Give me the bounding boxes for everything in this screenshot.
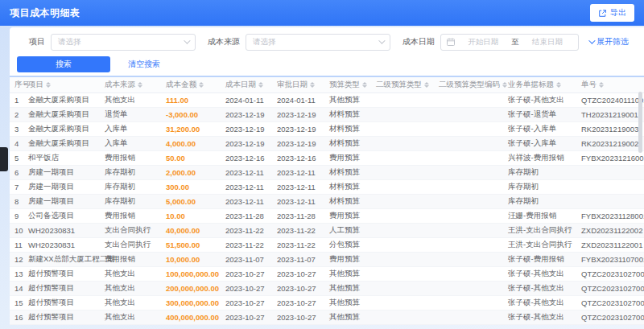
cell-project: 金融大厦采购项目 — [23, 109, 100, 120]
cell-doc-no: QTZC20231027002 — [576, 284, 644, 293]
table-row[interactable]: 6房建一期项目库存期初2,000.002023-12-112023-12-11材… — [10, 166, 644, 180]
cell-business-doc-title: 张子硕-其他支出 — [503, 298, 576, 308]
table-row[interactable]: 5和平饭店费用报销50.002023-12-162023-12-16费用预算兴祥… — [10, 151, 644, 166]
cell-cost-date: 2023-12-11 — [221, 183, 272, 191]
table-row[interactable]: 12新建XX总部大厦工程二期费用报销10,000.002023-11-07202… — [10, 253, 644, 267]
cell-seq: 2 — [10, 110, 23, 119]
cost-date-range-picker[interactable]: 开始日期 至 结束日期 — [440, 34, 579, 51]
cell-cost-date: 2023-11-28 — [221, 212, 272, 220]
cell-approval-date: 2023-11-22 — [272, 226, 324, 235]
calendar-icon — [447, 38, 455, 46]
cost-table: 序号项目成本来源成本金额成本日期审批日期预算类型二级预算类型二级预算类型编码业务… — [10, 77, 644, 325]
cell-seq: 8 — [10, 197, 23, 206]
column-header-doc-no[interactable]: 单号 — [576, 80, 644, 90]
cell-approval-date: 2023-12-11 — [272, 168, 324, 177]
cell-cost-source: 入库单 — [100, 138, 161, 149]
cost-source-select[interactable]: 请选择 — [246, 34, 390, 51]
cell-budget-type: 费用预算 — [324, 153, 371, 163]
cell-project: 金融大厦采购项目 — [23, 95, 100, 105]
export-button[interactable]: 导出 — [590, 4, 634, 22]
start-date-input[interactable]: 开始日期 — [458, 37, 508, 47]
cell-cost-amount: 4,000.00 — [161, 139, 221, 148]
table-row[interactable]: 15超付预警项目其他支出300,000,000.002023-10-272023… — [10, 296, 644, 310]
cell-budget-type: 分包预算 — [324, 240, 371, 250]
cell-doc-no: TH20231219001 — [576, 110, 644, 119]
clear-search-button[interactable]: 清空搜索 — [128, 59, 160, 70]
cell-business-doc-title: 兴祥波-费用报销 — [503, 153, 576, 163]
end-date-input[interactable]: 结束日期 — [522, 37, 572, 47]
column-label: 成本来源 — [105, 80, 135, 90]
cell-seq: 9 — [10, 212, 23, 220]
column-header-secondary-budget-type-code[interactable]: 二级预算类型编码 — [434, 80, 503, 90]
table-row[interactable]: 4金融大厦采购项目入库单4,000.002023-12-192023-12-19… — [10, 137, 644, 151]
sort-caret-icon — [199, 82, 204, 88]
source-filter-label: 成本来源 — [208, 36, 240, 47]
cell-cost-source: 其他支出 — [100, 95, 161, 105]
cell-seq: 3 — [10, 125, 23, 134]
column-header-cost-amount[interactable]: 成本金额 — [161, 80, 221, 90]
column-header-business-doc-title[interactable]: 业务单据标题 — [503, 80, 576, 90]
cell-doc-no: QTZC20231027002 — [576, 313, 644, 322]
cell-budget-type: 费用预算 — [324, 254, 371, 265]
cell-project: 超付预警项目 — [23, 283, 100, 294]
table-row[interactable]: 16超付预警项目其他支出400,000,000.002023-10-272023… — [10, 310, 644, 325]
column-label: 二级预算类型 — [376, 80, 422, 90]
cell-approval-date: 2024-01-11 — [272, 96, 324, 105]
side-drawer-handle[interactable] — [0, 147, 8, 171]
cell-budget-type: 材料预算 — [324, 167, 371, 178]
chevron-down-icon — [378, 37, 385, 43]
table-row[interactable]: 11WH20230831支出合同执行51,500.002023-11-22202… — [10, 238, 644, 253]
cell-seq: 16 — [10, 313, 23, 322]
cell-budget-type: 其他预算 — [324, 283, 371, 294]
table-row[interactable]: 7房建一期项目库存期初300.002023-12-112023-12-11材料预… — [10, 180, 644, 195]
column-header-project[interactable]: 项目 — [23, 80, 100, 90]
cell-doc-no: ZXD20231122001 — [576, 241, 644, 249]
column-header-approval-date[interactable]: 审批日期 — [272, 80, 324, 90]
cell-project: 房建一期项目 — [23, 182, 100, 192]
cell-seq: 6 — [10, 168, 23, 177]
cell-budget-type: 费用预算 — [324, 211, 371, 221]
search-button[interactable]: 搜索 — [17, 56, 110, 72]
table-row[interactable]: 8房建一期项目库存期初5,000.002023-12-112023-12-11材… — [10, 195, 644, 209]
project-select[interactable]: 请选择 — [51, 34, 196, 51]
table-row[interactable]: 10WH20230831支出合同执行40,000.002023-11-22202… — [10, 224, 644, 238]
expand-filters-link[interactable]: 展开筛选 — [588, 36, 629, 47]
cell-project: 金融大厦采购项目 — [23, 124, 100, 134]
cell-cost-amount: 10.00 — [161, 212, 221, 220]
sort-caret-icon — [556, 82, 561, 88]
table-row[interactable]: 1金融大厦采购项目其他支出111.002024-01-112024-01-11其… — [10, 93, 644, 108]
column-header-budget-type[interactable]: 预算类型 — [324, 80, 371, 90]
column-label: 预算类型 — [329, 80, 360, 90]
cell-cost-amount: 5,000.00 — [161, 197, 221, 206]
cell-business-doc-title: 库存期初 — [503, 196, 576, 207]
cell-seq: 10 — [10, 226, 23, 235]
vertical-scrollbar-thumb[interactable] — [638, 92, 642, 153]
cell-cost-source: 退货单 — [100, 109, 161, 120]
sort-caret-icon — [138, 82, 142, 88]
cell-cost-source: 入库单 — [100, 124, 161, 134]
cell-cost-source: 支出合同执行 — [100, 240, 161, 250]
export-button-label: 导出 — [610, 7, 626, 19]
project-select-placeholder: 请选择 — [58, 37, 81, 47]
column-header-secondary-budget-type[interactable]: 二级预算类型 — [371, 80, 434, 90]
cell-budget-type: 其他预算 — [324, 269, 371, 279]
cell-project: 和平饭店 — [23, 153, 100, 163]
table-row[interactable]: 9公司备选项目费用报销10.002023-11-282023-11-28费用预算… — [10, 209, 644, 224]
cell-business-doc-title: 王洪-支出合同执行 — [503, 240, 576, 250]
filter-bar: 项目 请选择 成本来源 请选择 成本日期 — [10, 33, 644, 51]
cell-cost-source: 库存期初 — [100, 182, 161, 192]
cell-cost-date: 2023-12-19 — [221, 110, 272, 119]
top-bar: 项目成本明细表 导出 — [0, 0, 644, 26]
cell-budget-type: 人工预算 — [324, 225, 371, 236]
cell-approval-date: 2023-12-16 — [272, 154, 324, 162]
cell-seq: 5 — [10, 154, 23, 162]
table-row[interactable]: 2金融大厦采购项目退货单-3,000.002023-12-192023-12-1… — [10, 108, 644, 122]
cell-business-doc-title: 张子硕-其他支出 — [503, 269, 576, 279]
cell-doc-no: FYBX20231216001 — [576, 154, 644, 162]
table-row[interactable]: 3金融大厦采购项目入库单31,200.002023-12-192023-12-1… — [10, 122, 644, 137]
column-header-cost-date[interactable]: 成本日期 — [221, 80, 272, 90]
column-header-cost-source[interactable]: 成本来源 — [100, 80, 161, 90]
table-row[interactable]: 14超付预警项目其他支出200,000,000.002023-10-272023… — [10, 282, 644, 296]
table-row[interactable]: 13超付预警项目其他支出100,000,000.002023-10-272023… — [10, 267, 644, 282]
sort-caret-icon — [258, 82, 263, 88]
